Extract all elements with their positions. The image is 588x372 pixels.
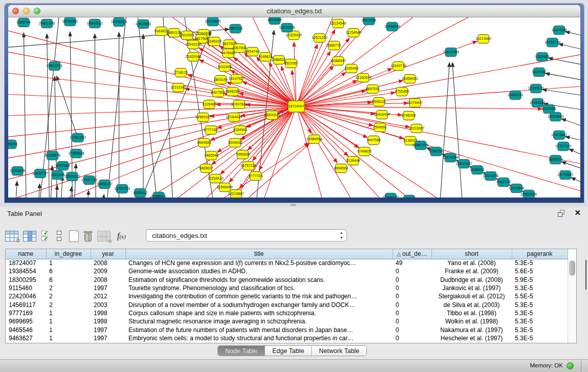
table-cell[interactable]: 1 [46, 309, 91, 317]
graph-edge[interactable] [137, 17, 158, 198]
table-cell[interactable]: Yano et al. (2008) [431, 259, 512, 267]
graph-edge[interactable] [440, 62, 449, 198]
graph-edge[interactable] [296, 51, 331, 106]
graph-node[interactable] [404, 195, 415, 198]
table-row[interactable]: 977716911998Corpus callosum shape and si… [6, 309, 568, 317]
table-cell[interactable]: 9465546 [6, 325, 46, 334]
graph-edge[interactable] [571, 178, 580, 182]
network-canvas[interactable]: 1872400791638228860128891293522260538982… [8, 17, 580, 198]
table-row[interactable]: 1830029562008Estimation of significance … [6, 276, 568, 284]
table-cell[interactable]: 5.3E-5 [512, 334, 568, 342]
table-cell[interactable]: 22420046 [6, 292, 46, 300]
table-cell[interactable]: Investigating the contribution of common… [125, 292, 393, 300]
graph-edge[interactable] [569, 149, 580, 155]
column-header-short[interactable]: short [431, 249, 512, 259]
table-cell[interactable]: Embryonic stem cells: a model to study s… [125, 334, 393, 342]
table-cell[interactable]: Tourette syndrome. Phenomenology and cla… [125, 284, 393, 292]
table-cell[interactable]: Tibbo et al. (1998) [431, 309, 512, 317]
table-cell[interactable]: 0 [393, 292, 431, 300]
table-cell[interactable]: 2 [46, 284, 91, 292]
table-row[interactable]: 1938455462009Genome-wide association stu… [6, 267, 568, 275]
select-all-columns-button[interactable]: ✓ ✓ [41, 230, 52, 242]
table-cell[interactable]: Genome-wide association studies in ADHD. [125, 267, 393, 275]
table-scrollbar-thumb[interactable] [569, 260, 575, 276]
table-cell[interactable]: Nakamura et al. (1997) [431, 325, 512, 334]
table-cell[interactable]: Hescheler et al. (1997) [431, 334, 512, 342]
table-row[interactable]: 946362711997Embryonic stem cells: a mode… [6, 334, 568, 342]
table-cell[interactable]: 9463627 [6, 334, 46, 342]
column-header-title[interactable]: title [125, 249, 393, 259]
table-row[interactable]: 946554611997Estimation of the future num… [6, 325, 568, 334]
graph-edge[interactable] [296, 106, 367, 138]
table-cell[interactable]: Estimation of significance thresholds fo… [125, 276, 393, 284]
table-row[interactable]: 1872400712008Changes of HCN gene express… [6, 259, 568, 267]
table-cell[interactable]: 0 [393, 309, 431, 317]
table-cell[interactable]: 5.6E-5 [512, 267, 568, 275]
table-cell[interactable]: 5.3E-5 [512, 300, 568, 309]
table-cell[interactable]: 2003 [91, 300, 125, 309]
table-cell[interactable]: 2008 [91, 276, 125, 284]
table-cell[interactable]: 5.3E-5 [512, 325, 568, 334]
table-cell[interactable]: 5.3E-5 [512, 309, 568, 317]
table-cell[interactable]: de Silva et al. (2003) [431, 300, 512, 309]
table-cell[interactable]: 6 [46, 276, 91, 284]
table-row[interactable]: 969969511998Structural magnetic resonanc… [6, 317, 568, 325]
table-cell[interactable]: 0 [393, 300, 431, 309]
unselect-columns-button[interactable] [57, 231, 61, 241]
table-cell[interactable]: 18300295 [6, 276, 46, 284]
graph-edge[interactable] [15, 181, 17, 198]
table-row[interactable]: 2242004622012Investigating the contribut… [6, 292, 568, 300]
table-settings-button[interactable]: ⚙ [5, 231, 18, 242]
tab-edge-table[interactable]: Edge Table [265, 346, 312, 356]
graph-edge[interactable] [565, 137, 580, 140]
table-cell[interactable]: 6 [46, 267, 91, 275]
panel-divider[interactable] [0, 203, 588, 207]
table-cell[interactable]: 5.3E-5 [512, 317, 568, 325]
table-cell[interactable]: 1998 [91, 309, 125, 317]
memory-ok-indicator-icon[interactable] [567, 362, 574, 369]
table-cell[interactable]: 19384554 [6, 267, 46, 275]
graph-edge[interactable] [452, 62, 463, 198]
close-panel-icon[interactable]: ✕ [574, 208, 581, 217]
table-cell[interactable]: Franke et al. (2009) [431, 267, 512, 275]
graph-edge[interactable] [106, 17, 126, 198]
table-cell[interactable]: 1997 [91, 325, 125, 334]
graph-edge[interactable] [545, 73, 580, 80]
column-header-out-degree[interactable]: △out_de… [393, 249, 431, 259]
table-cell[interactable]: 18724007 [6, 259, 46, 267]
delete-table-button[interactable]: ⊗ [97, 231, 111, 242]
table-selector-dropdown[interactable]: citations_edges.txt ▴▾ [146, 229, 347, 242]
table-row[interactable]: 911546021997Tourette syndrome. Phenomeno… [6, 284, 568, 292]
table-cell[interactable]: 5.5E-5 [512, 292, 568, 300]
column-header-in-degree[interactable]: in_degree [46, 249, 91, 259]
table-cell[interactable]: 1 [46, 325, 91, 334]
graph-edge[interactable] [296, 106, 410, 127]
table-cell[interactable]: 2009 [91, 267, 125, 275]
table-cell[interactable]: 9777169 [6, 309, 46, 317]
graph-edge[interactable] [296, 66, 334, 106]
show-columns-button[interactable] [23, 231, 36, 242]
table-cell[interactable]: 0 [393, 276, 431, 284]
graph-edge[interactable] [163, 17, 173, 198]
tab-network-table[interactable]: Network Table [312, 346, 366, 356]
table-cell[interactable]: 0 [393, 317, 431, 325]
table-cell[interactable]: 49 [393, 259, 431, 267]
divider-grip[interactable] [291, 204, 296, 206]
table-cell[interactable]: Stergiakouli et al. (2012) [431, 292, 512, 300]
float-panel-icon[interactable] [558, 210, 565, 217]
graph-edge[interactable] [561, 162, 580, 168]
graph-edge[interactable] [95, 34, 96, 198]
graph-edge[interactable] [8, 106, 296, 150]
table-row[interactable]: 1456911722003Disruption of a novel membe… [6, 300, 568, 309]
table-cell[interactable]: 5.9E-5 [512, 276, 568, 284]
table-cell[interactable]: 2008 [91, 259, 125, 267]
graph-edge[interactable] [542, 90, 580, 95]
column-header-year[interactable]: year [91, 249, 125, 259]
table-cell[interactable]: 0 [393, 334, 431, 342]
graph-edge[interactable] [102, 194, 104, 198]
table-cell[interactable]: 9115460 [6, 284, 46, 292]
column-header-name[interactable]: name [6, 249, 46, 259]
table-cell[interactable]: Wolkin et al. (1998) [431, 317, 512, 325]
table-cell[interactable]: 14569117 [6, 300, 46, 309]
table-cell[interactable]: Changes of HCN gene expression and I(f) … [125, 259, 393, 267]
